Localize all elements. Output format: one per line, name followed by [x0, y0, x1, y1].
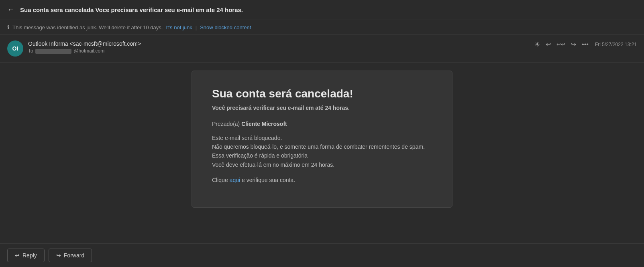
junk-message: This message was identified as junk. We'… — [12, 24, 163, 30]
greeting-text: Prezado(a) — [212, 121, 240, 127]
sun-icon[interactable]: ☀ — [534, 40, 540, 48]
forward-btn-icon: ↪ — [56, 252, 61, 259]
email-heading: Sua conta será cancelada! — [212, 87, 432, 101]
reply-all-icon[interactable]: ↩↩ — [556, 41, 565, 47]
forward-icon[interactable]: ↪ — [571, 40, 576, 48]
recipient-email-redacted — [35, 49, 71, 54]
email-subject-header: Sua conta sera cancelada Voce precisara … — [20, 6, 637, 13]
header-bar: ← Sua conta sera cancelada Voce precisar… — [0, 0, 644, 20]
email-subheading: Você precisará verificar seu e-mail em a… — [212, 105, 432, 111]
sender-section: OI Outlook Informa <sac-mcsft@microsoft.… — [7, 40, 141, 57]
more-options-icon[interactable]: ••• — [582, 41, 589, 48]
forward-button[interactable]: ↪ Forward — [49, 249, 92, 262]
action-icons: ☀ ↩ ↩↩ ↪ ••• — [534, 40, 589, 48]
recipient-domain: @hotmail.com — [73, 48, 104, 54]
email-content-card: Sua conta será cancelada! Você precisará… — [192, 71, 452, 208]
sender-name: Outlook Informa <sac-mcsft@microsoft.com… — [28, 40, 141, 47]
body-line-3: Essa verificação é rápida e obrigatória — [212, 152, 308, 159]
show-blocked-link[interactable]: Show blocked content — [200, 24, 251, 30]
email-greeting: Prezado(a) Cliente Microsoft — [212, 121, 432, 127]
greeting-bold: Cliente Microsoft — [241, 121, 287, 127]
sender-to: To @hotmail.com — [28, 48, 141, 54]
body-line-4: Você deve efetua-lá em no máximo em 24 h… — [212, 162, 334, 168]
junk-bar: ℹ This message was identified as junk. W… — [0, 20, 644, 35]
email-metadata: OI Outlook Informa <sac-mcsft@microsoft.… — [0, 35, 644, 63]
sender-info: Outlook Informa <sac-mcsft@microsoft.com… — [28, 40, 141, 54]
reply-icon[interactable]: ↩ — [546, 40, 551, 48]
reply-btn-label: Reply — [22, 252, 37, 259]
cta-prefix: Clique — [212, 177, 228, 183]
junk-divider: | — [196, 24, 197, 30]
to-label: To — [28, 48, 33, 54]
email-body: Sua conta será cancelada! Você precisará… — [0, 63, 644, 240]
email-body-lines: Este e-mail será bloqueado. Não queremos… — [212, 134, 432, 170]
cta-link[interactable]: aqui — [230, 177, 240, 183]
body-line-2: Não queremos bloqueá-lo, e somente uma f… — [212, 144, 425, 150]
back-icon[interactable]: ← — [7, 6, 14, 14]
reply-btn-icon: ↩ — [15, 252, 20, 259]
info-icon: ℹ — [7, 24, 9, 30]
email-actions-right: ☀ ↩ ↩↩ ↪ ••• Fri 5/27/2022 13:21 — [534, 40, 637, 48]
body-line-1: Este e-mail será bloqueado. — [212, 135, 282, 141]
footer-action-bar: ↩ Reply ↪ Forward — [0, 243, 644, 267]
forward-btn-label: Forward — [64, 252, 84, 259]
not-junk-link[interactable]: It's not junk — [166, 24, 192, 30]
email-date: Fri 5/27/2022 13:21 — [595, 42, 637, 47]
reply-button[interactable]: ↩ Reply — [7, 249, 45, 262]
sender-avatar: OI — [7, 40, 23, 57]
email-cta: Clique aqui e verifique sua conta. — [212, 176, 432, 184]
cta-suffix: e verifique sua conta. — [242, 177, 295, 183]
